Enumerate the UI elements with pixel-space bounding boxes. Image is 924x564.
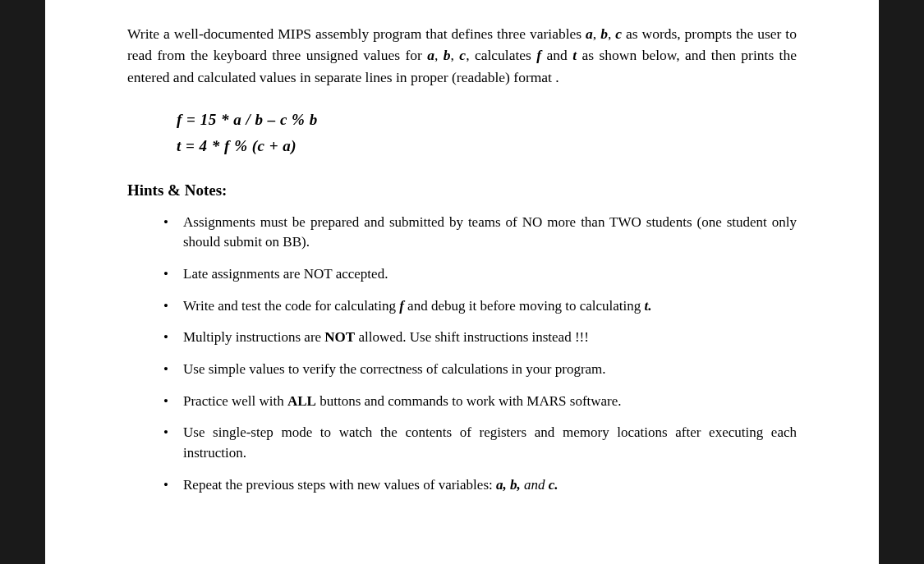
hint-item: Practice well with ALL buttons and comma… — [163, 392, 797, 412]
document-page: Write a well-documented MIPS assembly pr… — [45, 0, 879, 564]
var-c: c. — [549, 477, 559, 493]
var-b: b — [444, 47, 451, 63]
hint-text: Practice well with — [183, 393, 287, 409]
comma: , — [434, 47, 444, 63]
comma: , — [593, 25, 600, 42]
hint-item: Use single-step mode to watch the conten… — [163, 423, 797, 463]
bold-text: ALL — [287, 393, 316, 409]
hint-text: Multiply instructions are — [183, 329, 324, 345]
hint-text: Write and test the code for calculating — [183, 298, 399, 314]
italic-and: and — [524, 477, 545, 493]
formulas-block: f = 15 * a / b – c % b t = 4 * f % (c + … — [177, 111, 797, 155]
intro-text-1: Write a well-documented MIPS assembly pr… — [127, 25, 586, 42]
hint-item: Late assignments are NOT accepted. — [163, 264, 797, 285]
hint-item: Repeat the previous steps with new value… — [163, 475, 797, 496]
hint-item: Write and test the code for calculating … — [163, 296, 797, 317]
hint-text: Assignments must be prepared and submitt… — [183, 214, 797, 250]
hint-text: Late assignments are NOT accepted. — [183, 266, 388, 282]
hint-item: Use simple values to verify the correctn… — [163, 360, 797, 380]
hint-text: Use simple values to verify the correctn… — [183, 361, 606, 377]
intro-paragraph: Write a well-documented MIPS assembly pr… — [127, 23, 797, 88]
hint-text: Repeat the previous steps with new value… — [183, 477, 496, 493]
hints-title: Hints & Notes: — [127, 181, 797, 199]
comma: , — [451, 47, 460, 63]
var-b: b — [600, 25, 608, 42]
hint-item: Assignments must be prepared and submitt… — [163, 213, 797, 253]
hint-item: Multiply instructions are NOT allowed. U… — [163, 328, 797, 348]
formula-f: f = 15 * a / b – c % b — [177, 111, 797, 129]
hints-list: Assignments must be prepared and submitt… — [163, 213, 797, 495]
formula-t: t = 4 * f % (c + a) — [177, 137, 797, 155]
var-a: a — [586, 25, 593, 42]
var-c: c — [615, 25, 622, 42]
bold-text: NOT — [324, 329, 355, 345]
hint-text: allowed. Use shift instructions instead … — [355, 329, 589, 345]
intro-text-4: and — [541, 47, 572, 63]
vars-abc: a, b, — [496, 477, 521, 493]
comma: , — [608, 25, 615, 42]
var-c: c — [459, 47, 466, 63]
var-t: t. — [645, 298, 652, 314]
var-a: a — [427, 47, 434, 63]
hint-text: and debug it before moving to calculatin… — [404, 298, 645, 314]
intro-text-3: , calculates — [466, 47, 536, 63]
hint-text: buttons and commands to work with MARS s… — [316, 393, 622, 409]
hint-text: Use single-step mode to watch the conten… — [183, 424, 797, 461]
